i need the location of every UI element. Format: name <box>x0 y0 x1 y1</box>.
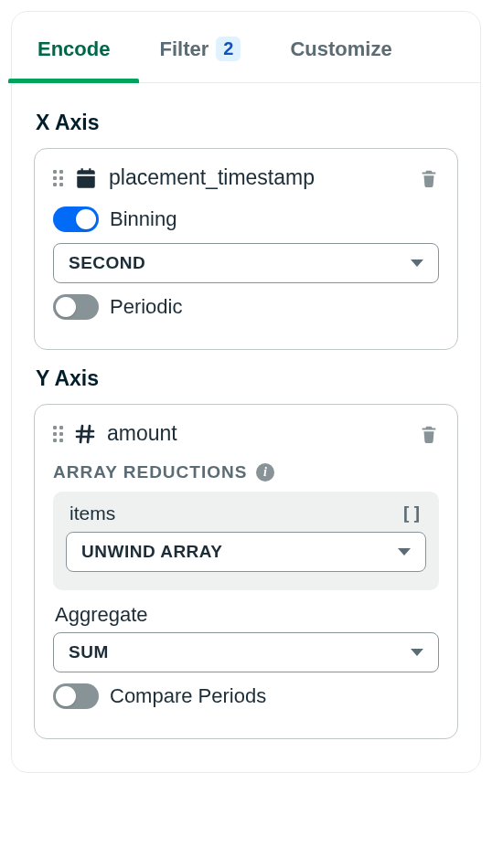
binning-select[interactable]: SECOND <box>53 243 439 283</box>
reduction-select[interactable]: UNWIND ARRAY <box>66 532 426 572</box>
drag-handle-icon[interactable] <box>53 170 63 186</box>
chevron-down-icon <box>411 649 423 656</box>
filter-count-badge: 2 <box>216 37 241 61</box>
tab-encode[interactable]: Encode <box>37 12 110 82</box>
tabs: Encode Filter 2 Customize <box>12 12 480 83</box>
periodic-toggle-label: Periodic <box>110 295 182 319</box>
aggregate-label: Aggregate <box>55 603 439 627</box>
array-reductions-header: ARRAY REDUCTIONS i <box>53 462 439 482</box>
aggregate-select-value: SUM <box>69 642 109 662</box>
panel-body: X Axis placement_timestamp Binning SEC <box>12 83 480 759</box>
periodic-toggle-row: Periodic <box>53 294 439 320</box>
array-icon: [] <box>401 503 422 524</box>
reduction-select-value: UNWIND ARRAY <box>81 542 222 562</box>
yaxis-field-name: amount <box>107 421 408 446</box>
svg-line-0 <box>80 426 82 442</box>
chevron-down-icon <box>411 259 423 267</box>
reduction-field-name: items <box>70 503 115 524</box>
trash-icon[interactable] <box>419 167 439 189</box>
compare-toggle-row: Compare Periods <box>53 683 439 709</box>
compare-periods-label: Compare Periods <box>110 684 266 708</box>
svg-line-1 <box>88 426 90 442</box>
periodic-toggle[interactable] <box>53 294 99 320</box>
yaxis-card: amount ARRAY REDUCTIONS i items [] UNWIN… <box>34 404 458 739</box>
binning-toggle[interactable] <box>53 206 99 232</box>
xaxis-field-row: placement_timestamp <box>53 165 439 190</box>
xaxis-card: placement_timestamp Binning SECOND Perio… <box>34 148 458 350</box>
yaxis-title: Y Axis <box>36 366 458 391</box>
tab-filter[interactable]: Filter 2 <box>159 12 241 82</box>
drag-handle-icon[interactable] <box>53 426 63 442</box>
trash-icon[interactable] <box>419 423 439 445</box>
aggregate-select[interactable]: SUM <box>53 632 439 672</box>
info-icon[interactable]: i <box>256 463 274 482</box>
binning-toggle-row: Binning <box>53 206 439 232</box>
tab-customize-label: Customize <box>290 37 391 61</box>
tab-customize[interactable]: Customize <box>290 12 391 82</box>
binning-select-value: SECOND <box>69 253 145 273</box>
tab-encode-label: Encode <box>37 37 110 61</box>
array-reductions-label: ARRAY REDUCTIONS <box>53 462 247 482</box>
xaxis-title: X Axis <box>36 111 458 135</box>
xaxis-field-name: placement_timestamp <box>109 165 408 190</box>
chevron-down-icon <box>398 548 411 556</box>
yaxis-field-row: amount <box>53 421 439 446</box>
calendar-icon <box>74 166 98 190</box>
reduction-head: items [] <box>66 503 426 524</box>
binning-toggle-label: Binning <box>110 207 176 231</box>
config-panel: Encode Filter 2 Customize X Axis placeme… <box>11 11 481 773</box>
reduction-box: items [] UNWIND ARRAY <box>53 492 439 590</box>
hash-icon <box>74 423 96 445</box>
compare-periods-toggle[interactable] <box>53 683 99 709</box>
tab-filter-label: Filter <box>159 37 209 61</box>
